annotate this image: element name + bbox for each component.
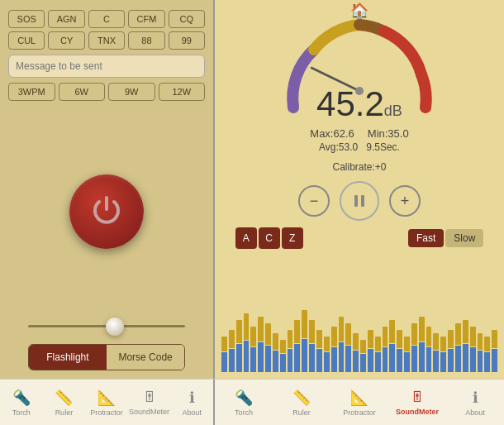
speed-group: Fast Slow [408, 229, 483, 247]
nav-right: 🔦 Torch 📏 Ruler 📐 Protractor 🎚 SoundMete… [215, 380, 504, 425]
slider-container [28, 325, 185, 327]
slider-thumb[interactable] [106, 318, 124, 336]
bottom-nav: 🔦 Torch 📏 Ruler 📐 Protractor 🎚 SoundMete… [0, 379, 504, 425]
minus-button[interactable]: − [298, 185, 330, 217]
controls-row: − + [298, 181, 421, 221]
slider-track [28, 325, 185, 327]
main-content: SOS AGN C CFM CQ CUL CY TNX 88 99 3WPM 6… [0, 0, 504, 379]
nav-left-protractor[interactable]: 📐 Protractor [85, 380, 128, 425]
soundmeter-label-r: SoundMeter [396, 408, 439, 416]
about-icon-r: ℹ [473, 389, 478, 407]
db-value: 45.2 [316, 84, 384, 123]
btn-z[interactable]: Z [282, 227, 303, 249]
db-unit: dB [384, 103, 402, 119]
wpm-grid: 3WPM 6W 9W 12W [8, 83, 205, 101]
nav-left-about[interactable]: ℹ About [170, 380, 213, 425]
protractor-icon: 📐 [97, 389, 116, 407]
sec-label: 9.5Sec. [366, 141, 400, 153]
nav-right-soundmeter[interactable]: 🎚 SoundMeter [388, 380, 446, 425]
acz-group: A C Z [235, 227, 303, 249]
btn-a[interactable]: A [235, 227, 257, 249]
btn-6w[interactable]: 6W [59, 83, 106, 101]
nav-right-ruler[interactable]: 📏 Ruler [273, 380, 330, 425]
ruler-icon: 📏 [55, 389, 73, 407]
pause-icon [351, 193, 368, 209]
svg-rect-3 [361, 195, 364, 207]
btn-agn[interactable]: AGN [48, 10, 84, 28]
nav-left-ruler[interactable]: 📏 Ruler [43, 380, 86, 425]
torch-label-r: Torch [235, 408, 253, 417]
ruler-label: Ruler [55, 408, 74, 417]
btn-12w[interactable]: 12W [159, 83, 206, 101]
btn-c[interactable]: C [88, 10, 125, 28]
plus-button[interactable]: + [389, 185, 421, 217]
avg-row: Avg:53.0 9.5Sec. [319, 141, 400, 153]
protractor-label: Protractor [90, 408, 123, 417]
btn-cq[interactable]: CQ [169, 10, 205, 28]
right-panel: 🏠 45.2dB [215, 0, 504, 379]
btn-c[interactable]: C [259, 227, 280, 249]
btn-cfm[interactable]: CFM [128, 10, 164, 28]
btn-88[interactable]: 88 [128, 31, 164, 50]
pause-button[interactable] [340, 181, 379, 221]
soundmeter-icon-r: 🎚 [410, 389, 425, 406]
nav-right-about[interactable]: ℹ About [446, 380, 504, 425]
btn-99[interactable]: 99 [169, 31, 205, 50]
btn-3wpm[interactable]: 3WPM [8, 83, 55, 101]
eq-container [221, 255, 497, 372]
message-input[interactable] [8, 55, 205, 78]
left-panel: SOS AGN C CFM CQ CUL CY TNX 88 99 3WPM 6… [0, 0, 215, 379]
ruler-label-r: Ruler [292, 408, 311, 417]
torch-icon: 🔦 [12, 389, 31, 407]
power-button[interactable] [69, 174, 144, 249]
morse-code-tab[interactable]: Morse Code [107, 345, 184, 370]
about-icon-left: ℹ [189, 389, 195, 407]
calibrate-label: Calibrate:+0 [332, 161, 386, 173]
gauge-container: 45.2dB [277, 8, 442, 124]
flashlight-tab[interactable]: Flashlight [29, 345, 107, 370]
about-label-left: About [182, 408, 202, 417]
ruler-icon-r: 📏 [292, 389, 311, 407]
speed-slow-btn[interactable]: Slow [445, 229, 483, 247]
nav-right-protractor[interactable]: 📐 Protractor [330, 380, 388, 425]
power-area [69, 114, 144, 308]
soundmeter-label-left: SoundMeter [129, 408, 169, 416]
btn-9w[interactable]: 9W [108, 83, 155, 101]
avg-label: Avg:53.0 [319, 141, 358, 153]
speed-fast-btn[interactable]: Fast [408, 229, 444, 247]
btn-sos[interactable]: SOS [8, 10, 45, 28]
acz-speed-row: A C Z Fast Slow [235, 227, 484, 249]
torch-label: Torch [12, 408, 31, 417]
protractor-label-r: Protractor [343, 408, 376, 417]
svg-rect-2 [354, 195, 358, 207]
flashlight-tabs: Flashlight Morse Code [28, 344, 185, 370]
btn-cy[interactable]: CY [48, 31, 84, 50]
nav-left-torch[interactable]: 🔦 Torch [0, 380, 43, 425]
soundmeter-icon-left: 🎚 [142, 389, 157, 406]
power-icon [86, 191, 127, 232]
btn-tnx[interactable]: TNX [88, 31, 125, 50]
about-label-r: About [465, 408, 485, 417]
protractor-icon-r: 📐 [350, 389, 368, 407]
torch-icon-r: 🔦 [235, 389, 253, 407]
button-grid-row1: SOS AGN C CFM CQ CUL CY TNX 88 99 [8, 10, 205, 50]
nav-left: 🔦 Torch 📏 Ruler 📐 Protractor 🎚 SoundMete… [0, 380, 215, 425]
nav-left-soundmeter[interactable]: 🎚 SoundMeter [128, 380, 171, 425]
calibrate-row: Calibrate:+0 [332, 161, 386, 173]
nav-right-torch[interactable]: 🔦 Torch [215, 380, 273, 425]
btn-cul[interactable]: CUL [8, 31, 45, 50]
